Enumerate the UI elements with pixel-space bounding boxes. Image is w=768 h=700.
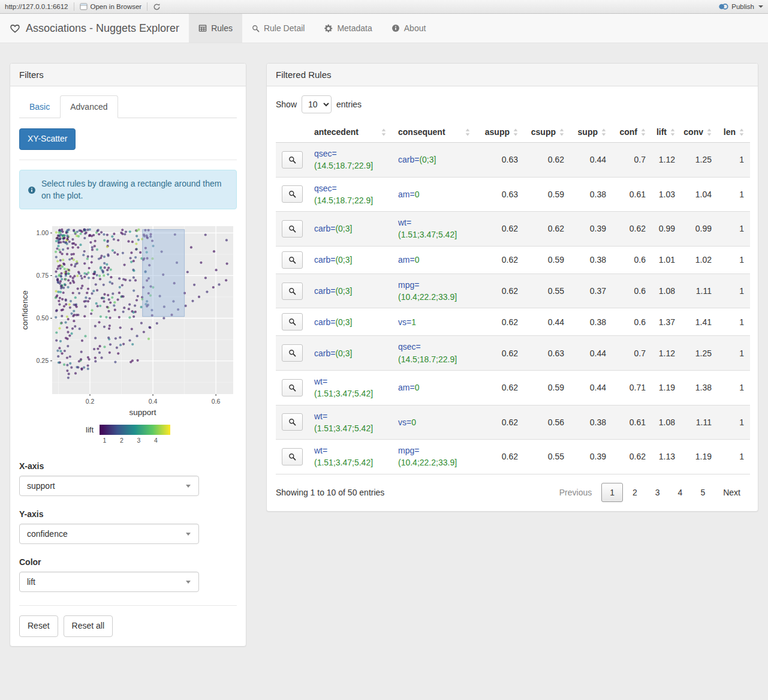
reset-button[interactable]: Reset	[19, 615, 58, 637]
antecedent-cell: carb=(0;3]	[308, 274, 392, 308]
rule-detail-button[interactable]	[282, 251, 303, 269]
next-page-button[interactable]: Next	[715, 483, 749, 502]
rule-detail-button[interactable]	[282, 379, 303, 396]
tab-metadata[interactable]: Metadata	[314, 14, 381, 43]
svg-text:confidence: confidence	[20, 291, 29, 330]
lift-value: 1.01	[652, 246, 681, 274]
consequent-cell: mpg=(10.4;22.2;33.9]	[392, 440, 476, 474]
conv-value: 1.25	[681, 336, 718, 371]
rule-detail-button[interactable]	[282, 448, 303, 465]
rule-detail-button[interactable]	[282, 185, 303, 203]
entries-label: entries	[336, 100, 362, 109]
conv-value: 1.41	[681, 308, 718, 336]
publish-button[interactable]: Publish	[718, 3, 763, 10]
column-header-csupp[interactable]: csupp	[524, 122, 570, 143]
column-header-detail	[276, 122, 308, 143]
lift-value: 0.99	[652, 212, 681, 247]
divider	[19, 160, 237, 160]
column-header-conv[interactable]: conv	[681, 122, 718, 143]
caret-down-icon	[758, 5, 763, 8]
table-footer: Showing 1 to 10 of 50 entries Previous12…	[276, 483, 749, 502]
scatter-plot[interactable]: 0.20.40.60.250.500.751.00supportconfiden…	[19, 221, 238, 420]
rule-detail-button[interactable]	[282, 313, 303, 331]
filters-title: Filters	[19, 70, 44, 80]
table-info-text: Showing 1 to 10 of 50 entries	[276, 488, 384, 497]
conf-value: 0.62	[612, 212, 652, 247]
info-icon	[28, 179, 36, 202]
len-value: 1	[718, 405, 750, 440]
attribute-value: 1	[411, 316, 416, 328]
attribute-value: (14.5;18.7;22.9]	[398, 353, 457, 365]
page-button-2[interactable]: 2	[624, 483, 646, 502]
filters-tab-advanced[interactable]: Advanced	[60, 95, 118, 118]
page-length-select[interactable]: 10	[302, 95, 332, 113]
lift-value: 1.08	[652, 405, 681, 440]
legend-tick-label: 4	[154, 437, 158, 444]
column-label: consequent	[398, 127, 445, 137]
conf-value: 0.7	[612, 336, 652, 371]
y-axis-select[interactable]: confidence	[19, 524, 199, 544]
reset-all-button[interactable]: Reset all	[64, 615, 113, 637]
attribute-value: (1.51;3.47;5.42]	[314, 422, 373, 434]
page-button-4[interactable]: 4	[670, 483, 691, 502]
attribute-name: carb=	[314, 286, 335, 296]
table-length-control: Show 10 entries	[276, 95, 749, 113]
x-axis-select[interactable]: support	[19, 476, 199, 496]
search-icon	[288, 190, 296, 198]
filters-tab-basic[interactable]: Basic	[19, 95, 60, 118]
lift-value: 1.37	[652, 308, 681, 336]
rules-panel-body: Show 10 entries antecedentconsequentasup…	[267, 86, 758, 511]
column-header-asupp[interactable]: asupp	[476, 122, 524, 143]
sort-icon	[707, 128, 712, 136]
x-axis-value: support	[27, 481, 55, 491]
supp-value: 0.38	[570, 177, 612, 212]
antecedent-cell: wt=(1.51;3.47;5.42]	[308, 440, 392, 474]
pagination: Previous12345Next	[550, 483, 749, 502]
info-alert-text: Select rules by drawing a rectangle arou…	[41, 178, 228, 202]
tab-about[interactable]: About	[382, 14, 436, 43]
supp-value: 0.39	[570, 212, 612, 247]
consequent-cell: am=0	[392, 246, 476, 274]
svg-text:0.2: 0.2	[86, 398, 95, 405]
color-select[interactable]: lift	[19, 572, 199, 592]
rule-detail-button[interactable]	[282, 344, 303, 362]
asupp-value: 0.62	[476, 274, 524, 308]
tab-rules[interactable]: Rules	[189, 14, 242, 43]
refresh-button[interactable]	[153, 3, 161, 11]
column-header-consequent[interactable]: consequent	[392, 122, 476, 143]
publish-label: Publish	[731, 3, 754, 10]
main-content: Filters BasicAdvanced XY-Scatter Select …	[0, 43, 768, 656]
column-label: supp	[578, 127, 598, 137]
rule-detail-button[interactable]	[282, 151, 303, 169]
tab-label: Rules	[211, 23, 233, 33]
column-header-conf[interactable]: conf	[612, 122, 652, 143]
column-header-antecedent[interactable]: antecedent	[308, 122, 392, 143]
rule-detail-button[interactable]	[282, 283, 303, 300]
supp-value: 0.39	[570, 440, 612, 474]
lift-value: 1.13	[652, 440, 681, 474]
previous-page-button[interactable]: Previous	[551, 483, 600, 502]
sort-icon	[641, 128, 646, 136]
asupp-value: 0.62	[476, 308, 524, 336]
column-header-lift[interactable]: lift	[652, 122, 681, 143]
csupp-value: 0.59	[524, 370, 570, 405]
table-row: carb=(0;3]am=00.620.590.380.61.011.021	[276, 246, 750, 274]
tab-rule-detail[interactable]: Rule Detail	[242, 14, 314, 43]
rule-detail-button[interactable]	[282, 413, 303, 431]
csupp-value: 0.56	[524, 405, 570, 440]
app-brand[interactable]: Associations - Nuggets Explorer	[0, 14, 189, 43]
open-in-browser-button[interactable]: Open in Browser	[80, 3, 142, 10]
consequent-cell: vs=0	[392, 405, 476, 440]
xy-scatter-button[interactable]: XY-Scatter	[19, 128, 76, 150]
column-header-supp[interactable]: supp	[570, 122, 612, 143]
attribute-name: am=	[398, 255, 415, 265]
page-button-1[interactable]: 1	[601, 483, 623, 502]
legend-tick-label: 1	[103, 437, 107, 444]
column-header-len[interactable]: len	[718, 122, 750, 143]
page-button-3[interactable]: 3	[647, 483, 668, 502]
y-axis-group: Y-axis confidence	[19, 509, 237, 544]
rule-detail-button[interactable]	[282, 220, 303, 238]
table-row: carb=(0;3]vs=10.620.440.380.61.371.411	[276, 308, 750, 336]
svg-text:support: support	[129, 408, 156, 417]
page-button-5[interactable]: 5	[692, 483, 713, 502]
